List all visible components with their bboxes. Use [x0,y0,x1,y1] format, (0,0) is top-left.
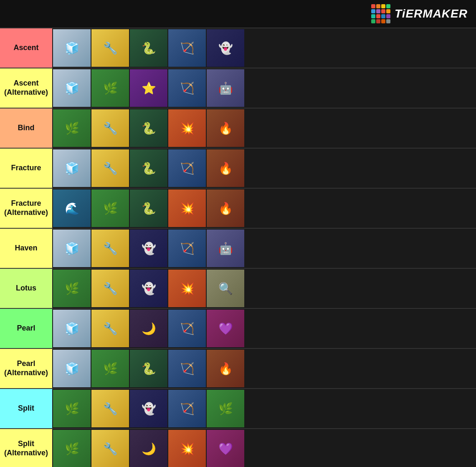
char-skye-3: 🌿 [91,189,129,227]
char-viper-3: 🐍 [130,149,167,187]
char-killjoy-3: 🔧 [91,149,129,187]
char-sova-4: 🏹 [168,230,206,267]
tier-label-ascent: Ascent [0,28,52,68]
char-skye-6: 🌿 [53,390,91,427]
tier-items-ascent: 🧊 🔧 🐍 🏹 👻 [52,28,476,68]
char-viper-5: 🐍 [130,350,167,387]
char-killjoy-2: 🔧 [91,109,129,147]
logo-tier: Ti [395,7,405,20]
tier-label-fracture: Fracture [0,149,52,188]
char-sova-2: 🏹 [168,69,206,107]
char-viper-2: 🐍 [130,109,167,147]
tier-table: Ascent 🧊 🔧 🐍 🏹 👻 Ascent (Alternative) 🧊 … [0,28,476,467]
char-omen-1: 👻 [207,29,244,67]
tier-items-bind: 🌿 🔧 🐍 💥 🔥 [52,109,476,148]
char-sage-6: 🧊 [53,350,91,387]
tier-items-fracture-alt: 🌊 🌿 🐍 💥 🔥 [52,189,476,228]
char-sage-4: 🧊 [53,230,91,267]
char-skye-8: 🌿 [53,430,91,467]
logo-grid [371,4,390,23]
char-skye-2: 🌿 [53,109,91,147]
tier-items-pearl: 🧊 🔧 🌙 🏹 💜 [52,309,476,348]
tier-row-bind: Bind 🌿 🔧 🐍 💥 🔥 [0,109,476,149]
tier-label-pearl-alt: Pearl (Alternative) [0,349,52,388]
char-sage-1: 🧊 [53,29,91,67]
char-brimstone-2: 🔥 [207,149,244,187]
char-cypher-1: 🔍 [207,270,244,307]
tier-row-split: Split 🌿 🔧 👻 🏹 🌿 [0,389,476,429]
char-breach-4: 💥 [168,430,206,467]
char-brimstone-1: 🔥 [207,109,244,147]
char-sova-3: 🏹 [168,149,206,187]
char-skye-4: 🌿 [53,270,91,307]
tier-row-fracture: Fracture 🧊 🔧 🐍 🏹 🔥 [0,149,476,189]
tier-items-split: 🌿 🔧 👻 🏹 🌿 [52,389,476,428]
tier-label-split-alt: Split (Alternative) [0,429,52,467]
char-sova-5: 🏹 [168,310,206,347]
char-breach-3: 💥 [168,270,206,307]
char-astra-1: ⭐ [130,69,167,107]
tier-label-split: Split [0,389,52,428]
char-fade-2: 🌙 [130,430,167,467]
logo-maker: MAKER [423,7,468,20]
tier-items-ascent-alt: 🧊 🌿 ⭐ 🏹 🤖 [52,68,476,108]
tier-label-ascent-alt: Ascent (Alternative) [0,68,52,108]
tier-items-pearl-alt: 🧊 🌿 🐍 🏹 🔥 [52,349,476,388]
logo-er: ER [405,7,423,20]
logo: TiERMAKER [371,4,468,23]
tier-label-fracture-alt: Fracture (Alternative) [0,189,52,228]
char-omen-4: 👻 [130,390,167,427]
char-sage-2: 🧊 [53,69,91,107]
char-omen-3: 👻 [130,270,167,307]
char-viper-4: 🐍 [130,189,167,227]
tier-label-lotus: Lotus [0,269,52,308]
char-killjoy-7: 🔧 [91,390,129,427]
tier-row-ascent-alt: Ascent (Alternative) 🧊 🌿 ⭐ 🏹 🤖 [0,68,476,109]
char-harbor-1: 🌊 [53,189,91,227]
tier-row-ascent: Ascent 🧊 🔧 🐍 🏹 👻 [0,28,476,68]
tier-row-pearl-alt: Pearl (Alternative) 🧊 🌿 🐍 🏹 🔥 [0,349,476,389]
char-sage-3: 🧊 [53,149,91,187]
char-skye-1: 🌿 [91,69,129,107]
char-kayo-2: 🤖 [207,230,244,267]
tier-items-fracture: 🧊 🔧 🐍 🏹 🔥 [52,149,476,188]
char-skye-5: 🌿 [91,350,129,387]
char-sova-6: 🏹 [168,350,206,387]
char-omen-2: 👻 [130,230,167,267]
char-sage-5: 🧊 [53,310,91,347]
char-kayo-1: 🤖 [207,69,244,107]
app-container: TiERMAKER Ascent 🧊 🔧 🐍 🏹 👻 Ascent (Alter… [0,0,476,467]
char-killjoy-8: 🔧 [91,430,129,467]
char-brimstone-4: 🔥 [207,350,244,387]
char-breach-1: 💥 [168,109,206,147]
header: TiERMAKER [0,0,476,28]
char-killjoy-5: 🔧 [91,270,129,307]
tier-row-haven: Haven 🧊 🔧 👻 🏹 🤖 [0,229,476,269]
char-breach-2: 💥 [168,189,206,227]
tier-items-split-alt: 🌿 🔧 🌙 💥 💜 [52,429,476,467]
char-sova-7: 🏹 [168,390,206,427]
tier-items-lotus: 🌿 🔧 👻 💥 🔍 [52,269,476,308]
tier-label-pearl: Pearl [0,309,52,348]
tier-row-fracture-alt: Fracture (Alternative) 🌊 🌿 🐍 💥 🔥 [0,189,476,229]
tier-row-split-alt: Split (Alternative) 🌿 🔧 🌙 💥 💜 [0,429,476,467]
char-killjoy-4: 🔧 [91,230,129,267]
tier-label-haven: Haven [0,229,52,268]
char-reyna-2: 💜 [207,430,244,467]
char-sova-1: 🏹 [168,29,206,67]
char-killjoy-6: 🔧 [91,310,129,347]
char-skye-7: 🌿 [207,390,244,427]
char-reyna-1: 💜 [207,310,244,347]
logo-text: TiERMAKER [395,7,468,20]
tier-label-bind: Bind [0,109,52,148]
tier-row-lotus: Lotus 🌿 🔧 👻 💥 🔍 [0,269,476,309]
char-fade-1: 🌙 [130,310,167,347]
char-killjoy-1: 🔧 [91,29,129,67]
char-viper-1: 🐍 [130,29,167,67]
tier-items-haven: 🧊 🔧 👻 🏹 🤖 [52,229,476,268]
tier-row-pearl: Pearl 🧊 🔧 🌙 🏹 💜 [0,309,476,349]
char-brimstone-3: 🔥 [207,189,244,227]
